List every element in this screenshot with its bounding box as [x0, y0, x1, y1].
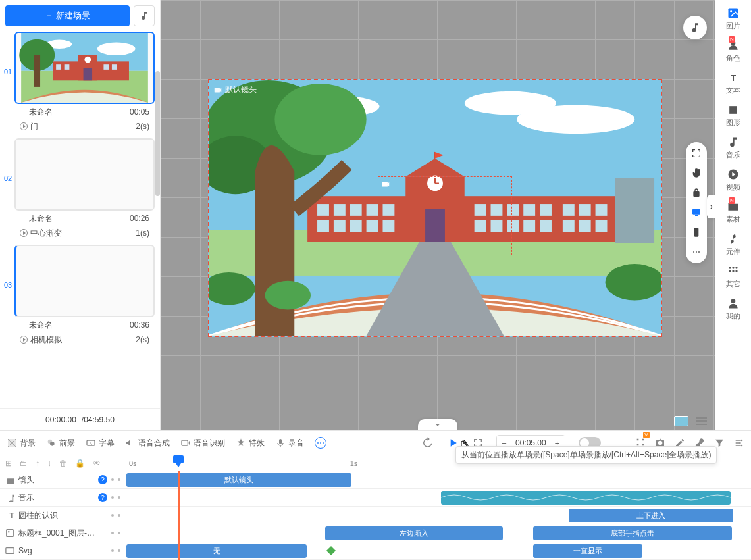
- track-body[interactable]: [126, 489, 751, 506]
- svg-point-76: [50, 442, 55, 446]
- track-dot[interactable]: [111, 514, 114, 517]
- canvas-music-button[interactable]: [683, 16, 707, 39]
- scene-transition[interactable]: 中心渐变 1(s): [14, 226, 155, 240]
- track-svg[interactable]: Svg 无一直显示: [0, 542, 751, 560]
- camera-label: 默认镜头: [213, 84, 257, 95]
- lock-row-icon[interactable]: 🔒: [75, 459, 85, 468]
- scene-name: 未命名: [29, 107, 53, 118]
- tool-asr[interactable]: 语音识别: [180, 438, 225, 449]
- svg-rect-47: [579, 204, 591, 216]
- track-label: 标题框_0001_图层-…: [18, 528, 107, 539]
- rail-item-image[interactable]: 图片: [726, 3, 740, 35]
- track-head[interactable]: Svg: [0, 542, 126, 559]
- play-circle-icon: [20, 229, 28, 237]
- rail-item-shape[interactable]: 图形: [726, 99, 740, 132]
- trash-icon[interactable]: 🗑: [59, 459, 67, 468]
- track-dot[interactable]: [111, 532, 114, 534]
- timeline-clip[interactable]: 一直显示: [533, 544, 642, 558]
- svg-point-86: [8, 531, 10, 533]
- track-body[interactable]: 无一直显示: [126, 542, 751, 559]
- expand-right-handle[interactable]: ›: [707, 195, 715, 218]
- track-body[interactable]: 左边渐入底部手指点击: [126, 524, 751, 542]
- track-dot[interactable]: [118, 532, 120, 534]
- svg-rect-60: [695, 215, 698, 216]
- tool-foreground[interactable]: 前景: [46, 438, 75, 449]
- scene-item-02[interactable]: 02 未命名 00:26 中心渐变 1(s): [5, 138, 155, 240]
- rail-item-person[interactable]: 角色N: [726, 35, 740, 67]
- track-body[interactable]: 默认镜头: [126, 471, 751, 488]
- down-icon[interactable]: ↓: [47, 459, 51, 468]
- timeline-clip[interactable]: 无: [126, 544, 307, 558]
- tool-tts[interactable]: 语音合成: [125, 438, 170, 449]
- timeline-scrubber[interactable]: [173, 455, 184, 463]
- canvas-area[interactable]: 默认镜头: [161, 0, 715, 430]
- track-body[interactable]: 上下进入: [126, 507, 751, 524]
- tool-subtitle[interactable]: A字幕: [86, 438, 115, 449]
- folder-icon[interactable]: 🗀: [20, 459, 28, 468]
- canvas-stage[interactable]: 默认镜头: [208, 79, 662, 337]
- track-camera[interactable]: 镜头 ? 默认镜头: [0, 471, 751, 489]
- transition-duration: 1(s): [136, 228, 149, 238]
- minimap-thumbnail[interactable]: [674, 416, 688, 426]
- help-icon[interactable]: ?: [98, 475, 107, 484]
- scene-thumbnail[interactable]: [14, 32, 155, 104]
- track-dot[interactable]: [111, 549, 114, 552]
- lock-icon[interactable]: [690, 187, 702, 199]
- track-head[interactable]: 音乐 ?: [0, 489, 126, 506]
- track-dot[interactable]: [111, 478, 114, 481]
- scene-list[interactable]: 01: [0, 32, 160, 408]
- keyframe-diamond[interactable]: [326, 546, 336, 555]
- phone-icon[interactable]: [690, 226, 702, 238]
- new-scene-button[interactable]: ＋ 新建场景: [5, 5, 130, 26]
- timeline-clip[interactable]: 默认镜头: [126, 473, 351, 487]
- rail-item-component[interactable]: 元件: [726, 228, 740, 261]
- more-icon[interactable]: ⋯: [690, 246, 702, 258]
- track-head[interactable]: 镜头 ?: [0, 471, 126, 488]
- scrollbar-thumb[interactable]: [155, 71, 160, 196]
- add-track-icon[interactable]: ⊞: [5, 459, 12, 468]
- rail-item-text[interactable]: T文本: [726, 67, 740, 99]
- scene-music-button[interactable]: [134, 5, 155, 26]
- scene-transition[interactable]: 相机模拟 2(s): [14, 333, 155, 346]
- tool-more[interactable]: ⋯: [315, 437, 326, 449]
- canvas-collapse-handle[interactable]: [418, 419, 457, 430]
- rail-item-grid[interactable]: 其它: [726, 261, 740, 293]
- selection-box[interactable]: [378, 176, 512, 255]
- timeline-clip[interactable]: 上下进入: [569, 509, 733, 522]
- rail-item-user[interactable]: 我的: [726, 293, 740, 325]
- tool-background[interactable]: 背景: [7, 438, 36, 449]
- track-head[interactable]: T 圆柱的认识: [0, 507, 126, 524]
- scene-item-03[interactable]: 03 未命名 00:36 相机模拟 2(s): [5, 245, 155, 346]
- track-image[interactable]: 标题框_0001_图层-… 左边渐入底部手指点击: [0, 524, 751, 542]
- track-dot[interactable]: [118, 496, 120, 499]
- scene-transition[interactable]: 门 2(s): [14, 120, 155, 133]
- eye-icon[interactable]: 👁: [93, 459, 101, 468]
- track-dot[interactable]: [118, 514, 120, 517]
- help-icon[interactable]: ?: [98, 493, 107, 502]
- svg-rect-66: [729, 106, 737, 114]
- scene-item-01[interactable]: 01: [5, 32, 155, 133]
- track-text[interactable]: T 圆柱的认识 上下进入: [0, 507, 751, 524]
- timeline-clip[interactable]: 左边渐入: [325, 526, 503, 540]
- rail-item-video[interactable]: 视频: [726, 164, 740, 196]
- minimap-menu-icon[interactable]: [696, 416, 707, 426]
- track-dot[interactable]: [111, 496, 114, 499]
- up-icon[interactable]: ↑: [36, 459, 39, 468]
- tool-effects[interactable]: 特效: [236, 438, 265, 449]
- scene-thumbnail[interactable]: [14, 245, 155, 317]
- hand-icon[interactable]: [690, 167, 702, 179]
- track-music[interactable]: 音乐 ?: [0, 489, 751, 507]
- scene-thumbnail[interactable]: [14, 138, 155, 211]
- monitor-icon[interactable]: [690, 207, 702, 218]
- timeline-clip[interactable]: 底部手指点击: [533, 526, 732, 540]
- focus-icon[interactable]: [690, 147, 702, 159]
- rail-item-music[interactable]: 音乐: [726, 132, 740, 164]
- rail-item-folder[interactable]: 素材N: [726, 196, 740, 228]
- history-icon[interactable]: [421, 437, 433, 449]
- track-head[interactable]: 标题框_0001_图层-…: [0, 524, 126, 542]
- timeline-clip[interactable]: [441, 491, 731, 505]
- tool-record[interactable]: 录音: [275, 438, 304, 449]
- settings-tool-icon[interactable]: [734, 438, 744, 448]
- track-dot[interactable]: [118, 478, 120, 481]
- track-dot[interactable]: [118, 549, 120, 552]
